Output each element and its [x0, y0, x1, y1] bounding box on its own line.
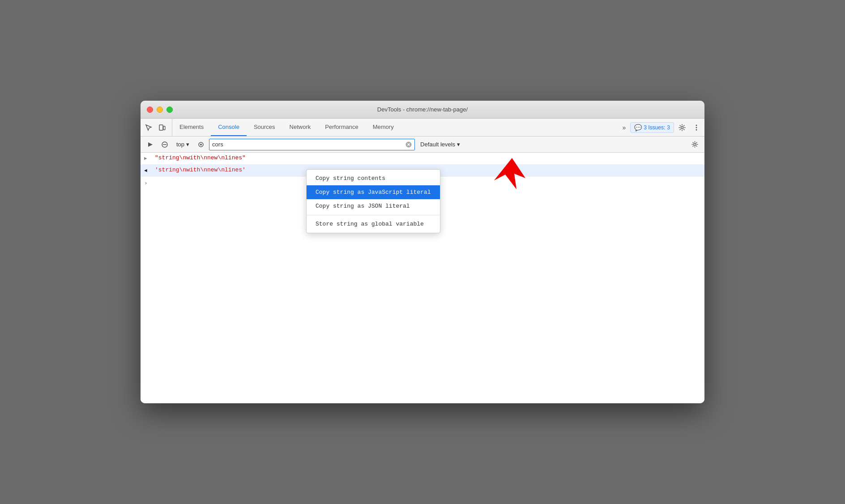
settings-button[interactable] — [676, 121, 688, 134]
tab-elements[interactable]: Elements — [172, 119, 211, 136]
context-selector[interactable]: top ▾ — [173, 138, 193, 151]
context-menu-separator — [307, 215, 440, 215]
context-menu: Copy string contents Copy string as Java… — [306, 169, 440, 233]
console-filter-input[interactable] — [212, 141, 404, 148]
log-levels-button[interactable]: Default levels ▾ — [417, 138, 464, 151]
tabbar: Elements Console Sources Network Perform… — [141, 119, 704, 137]
context-menu-item-store-global[interactable]: Store string as global variable — [307, 217, 440, 231]
more-options-button[interactable] — [690, 121, 703, 134]
console-input-line-1: ◀ 'string\nwith\nnew\nlines' Copy string… — [141, 165, 704, 177]
tab-performance[interactable]: Performance — [318, 119, 365, 136]
collapse-arrow-icon[interactable]: ◀ — [144, 167, 151, 175]
svg-point-4 — [696, 127, 697, 128]
context-menu-item-copy-contents[interactable]: Copy string contents — [307, 171, 440, 185]
context-menu-item-copy-json-literal[interactable]: Copy string as JSON literal — [307, 199, 440, 213]
svg-rect-0 — [159, 125, 163, 130]
tab-console[interactable]: Console — [211, 119, 247, 136]
tabbar-right: » 💬 3 Issues: 3 — [616, 119, 703, 136]
window-title: DevTools - chrome://new-tab-page/ — [377, 106, 468, 113]
context-label: top — [176, 141, 184, 148]
console-output-line-1: ▶ "string\nwith\nnew\nlines" — [141, 153, 704, 165]
run-script-button[interactable] — [144, 138, 157, 151]
levels-arrow-icon: ▾ — [457, 141, 460, 148]
svg-rect-1 — [163, 126, 165, 130]
issues-chat-icon: 💬 — [634, 124, 642, 131]
minimize-button[interactable] — [157, 107, 163, 113]
issues-badge[interactable]: 💬 3 Issues: 3 — [630, 122, 674, 133]
console-toolbar: top ▾ Default levels ▾ — [141, 137, 704, 153]
tabbar-left-icons — [142, 119, 172, 136]
titlebar-buttons — [147, 107, 173, 113]
prompt-chevron-icon: › — [144, 179, 148, 186]
console-content: ▶ "string\nwith\nnew\nlines" ◀ 'string\n… — [141, 153, 704, 403]
close-button[interactable] — [147, 107, 153, 113]
context-arrow-icon: ▾ — [186, 141, 189, 148]
tab-network[interactable]: Network — [282, 119, 318, 136]
svg-point-9 — [200, 144, 202, 145]
svg-point-2 — [681, 126, 683, 128]
levels-label: Default levels — [420, 141, 455, 148]
console-settings-button[interactable] — [688, 138, 701, 151]
clear-console-button[interactable] — [158, 138, 171, 151]
console-search-bar — [209, 139, 415, 150]
filter-clear-button[interactable] — [405, 141, 412, 148]
maximize-button[interactable] — [166, 107, 173, 113]
tab-memory[interactable]: Memory — [366, 119, 401, 136]
console-output-text-1: "string\nwith\nnew\nlines" — [155, 154, 701, 161]
tab-sources[interactable]: Sources — [247, 119, 282, 136]
titlebar: DevTools - chrome://new-tab-page/ — [141, 101, 704, 119]
tabs: Elements Console Sources Network Perform… — [172, 119, 616, 136]
live-expressions-button[interactable] — [195, 138, 207, 151]
context-menu-item-copy-js-literal[interactable]: Copy string as JavaScript literal — [307, 185, 440, 199]
issues-count: 3 — [667, 124, 670, 131]
issues-label: 3 Issues: — [644, 124, 665, 131]
inspect-icon-button[interactable] — [142, 121, 155, 134]
device-toolbar-button[interactable] — [156, 121, 168, 134]
devtools-window: DevTools - chrome://new-tab-page/ Elemen… — [141, 101, 704, 403]
svg-point-3 — [696, 124, 697, 126]
svg-point-5 — [696, 129, 697, 130]
more-tabs-button[interactable]: » — [619, 122, 628, 133]
expand-arrow-icon[interactable]: ▶ — [144, 154, 151, 162]
svg-point-13 — [694, 143, 696, 145]
